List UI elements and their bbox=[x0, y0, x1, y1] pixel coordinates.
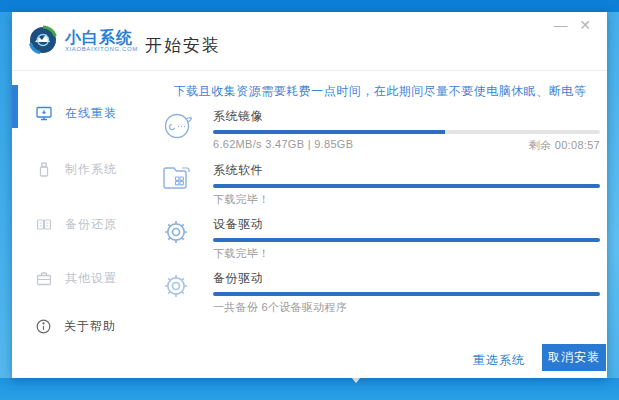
task-row-system-image: 系统镜像 6.62MB/s 3.47GB | 9.85GB 剩余 00:08:5… bbox=[162, 108, 600, 153]
folder-apps-icon bbox=[162, 162, 198, 207]
task-label: 设备驱动 bbox=[213, 216, 600, 233]
task-row-backup-driver: 备份驱动 一共备份 6个设备驱动程序 bbox=[162, 270, 600, 315]
backup-grid-icon bbox=[36, 217, 52, 232]
sidebar-item-label: 备份还原 bbox=[65, 216, 117, 233]
usb-drive-icon bbox=[36, 162, 52, 177]
sidebar-item-about-help[interactable]: 关于帮助 bbox=[36, 318, 116, 335]
task-label: 系统镜像 bbox=[213, 108, 600, 125]
progress-bar bbox=[213, 130, 600, 134]
progress-fill bbox=[213, 184, 600, 188]
sidebar-item-label: 制作系统 bbox=[65, 161, 117, 178]
task-list: 系统镜像 6.62MB/s 3.47GB | 9.85GB 剩余 00:08:5… bbox=[162, 108, 600, 324]
task-row-system-software: 系统软件 下载完毕！ bbox=[162, 162, 600, 207]
sidebar-item-label: 其他设置 bbox=[65, 270, 117, 287]
desktop-background-top bbox=[0, 0, 619, 12]
sidebar-item-label: 在线重装 bbox=[65, 105, 117, 122]
header-divider bbox=[12, 70, 607, 71]
gear-icon bbox=[162, 216, 198, 261]
download-notice: 下载且收集资源需要耗费一点时间，在此期间尽量不要使电脑休眠、断电等 bbox=[160, 83, 600, 100]
task-detail-right: 剩余 00:08:57 bbox=[529, 138, 600, 153]
info-circle-icon bbox=[36, 319, 51, 334]
sidebar-item-online-reinstall[interactable]: 在线重装 bbox=[36, 105, 117, 122]
task-detail-left: 下载完毕！ bbox=[213, 246, 270, 261]
brand-logo: 小白系统 XIAOBAIXITONG.COM bbox=[28, 25, 138, 55]
sidebar-item-make-system[interactable]: 制作系统 bbox=[36, 161, 117, 178]
cancel-install-button[interactable]: 取消安装 bbox=[542, 344, 606, 371]
progress-bar bbox=[213, 184, 600, 188]
page-title: 开始安装 bbox=[145, 34, 221, 57]
sidebar-item-backup-restore[interactable]: 备份还原 bbox=[36, 216, 117, 233]
progress-bar bbox=[213, 238, 600, 242]
brand-domain: XIAOBAIXITONG.COM bbox=[65, 46, 138, 52]
installer-window: — ✕ 小白系统 XIAOBAIXITONG.COM 开始安装 bbox=[12, 12, 607, 378]
sidebar-item-other-settings[interactable]: 其他设置 bbox=[36, 270, 117, 287]
sidebar-item-label: 关于帮助 bbox=[64, 318, 116, 335]
progress-fill bbox=[213, 292, 600, 296]
monitor-icon bbox=[36, 106, 52, 121]
progress-bar bbox=[213, 292, 600, 296]
task-detail-left: 6.62MB/s 3.47GB | 9.85GB bbox=[213, 138, 353, 153]
mascot-face-icon bbox=[162, 108, 198, 153]
minimize-button[interactable]: — bbox=[551, 17, 571, 33]
progress-fill bbox=[213, 130, 445, 134]
desktop-background-bottom bbox=[0, 378, 619, 400]
briefcase-icon bbox=[36, 271, 52, 286]
task-detail-left: 一共备份 6个设备驱动程序 bbox=[213, 300, 347, 315]
brand-logo-icon bbox=[28, 25, 58, 55]
sidebar-active-indicator bbox=[12, 85, 18, 128]
task-label: 系统软件 bbox=[213, 162, 600, 179]
task-label: 备份驱动 bbox=[213, 270, 600, 287]
window-controls: — ✕ bbox=[551, 16, 595, 34]
close-button[interactable]: ✕ bbox=[575, 17, 595, 33]
task-row-device-driver: 设备驱动 下载完毕！ bbox=[162, 216, 600, 261]
task-detail-left: 下载完毕！ bbox=[213, 192, 270, 207]
reselect-system-link[interactable]: 重选系统 bbox=[473, 352, 525, 369]
brand-name: 小白系统 bbox=[65, 29, 138, 46]
progress-fill bbox=[213, 238, 600, 242]
gear-icon bbox=[162, 270, 198, 315]
